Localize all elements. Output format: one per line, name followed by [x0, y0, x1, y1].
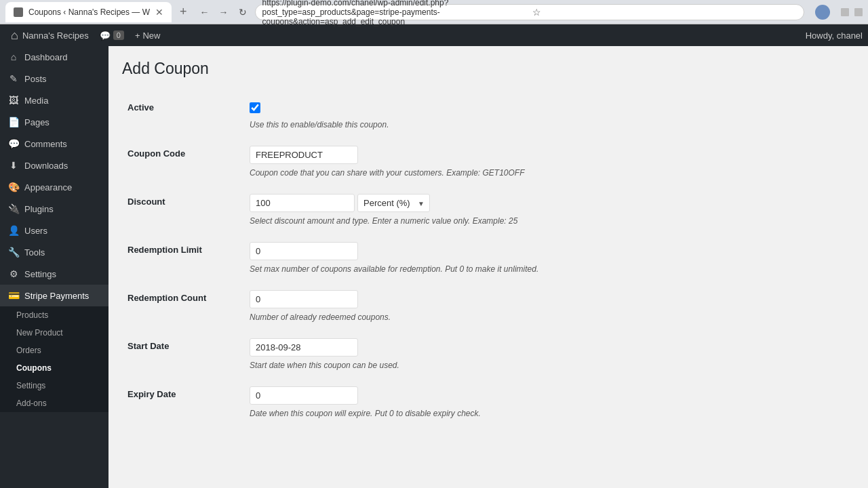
page-title: Add Coupon: [122, 60, 854, 78]
users-icon: 👤: [8, 225, 19, 236]
admin-bar-comments[interactable]: 💬 0: [94, 30, 130, 41]
reload-button[interactable]: ↻: [236, 5, 250, 19]
expiry-date-input[interactable]: [250, 386, 358, 405]
stripe-icon: 💳: [8, 290, 19, 301]
window-controls: [841, 8, 863, 16]
settings-icon: ⚙: [8, 268, 19, 279]
sidebar-label-pages: Pages: [24, 117, 50, 127]
discount-row: Amount ($) Percent (%): [250, 194, 849, 212]
tab-close-button[interactable]: ✕: [155, 7, 163, 18]
submenu-item-settings[interactable]: Settings: [0, 377, 108, 394]
submenu-item-addons[interactable]: Add-ons: [0, 394, 108, 412]
new-label: New: [142, 30, 160, 41]
sidebar-item-settings[interactable]: ⚙ Settings: [0, 263, 108, 285]
redemption-limit-field-container: Set max number of coupons available for …: [244, 234, 854, 282]
back-button[interactable]: ←: [198, 5, 212, 19]
submenu-item-coupons[interactable]: Coupons: [0, 359, 108, 377]
sidebar-item-dashboard[interactable]: ⌂ Dashboard: [0, 46, 108, 68]
active-label: Active: [122, 92, 244, 138]
coupon-code-description: Coupon code that you can share with your…: [250, 168, 849, 178]
sidebar-label-stripe: Stripe Payments: [24, 291, 89, 301]
sidebar-item-users[interactable]: 👤 Users: [0, 220, 108, 241]
submenu-label-addons: Add-ons: [16, 399, 47, 408]
forward-button[interactable]: →: [217, 5, 231, 19]
coupon-code-input[interactable]: [250, 146, 358, 164]
redemption-count-description: Number of already redeemed coupons.: [250, 312, 849, 322]
sidebar-label-media: Media: [24, 96, 48, 106]
browser-user-icon[interactable]: [815, 5, 830, 20]
active-checkbox[interactable]: [250, 102, 260, 113]
sidebar-item-appearance[interactable]: 🎨 Appearance: [0, 176, 108, 198]
field-row-redemption-count: Redemption Count Number of already redee…: [122, 282, 854, 330]
comments-icon: 💬: [8, 138, 19, 149]
url-text: https://plugin-demo.com/chanel/wp-admin/…: [262, 0, 527, 26]
wp-layout: ⌂ Dashboard ✎ Posts 🖼 Media 📄 Pages 💬 Co…: [0, 46, 868, 488]
field-row-coupon-code: Coupon Code Coupon code that you can sha…: [122, 138, 854, 186]
admin-bar-home[interactable]: ⌂ Nanna's Recipes: [5, 28, 94, 43]
sidebar-item-pages[interactable]: 📄 Pages: [0, 111, 108, 133]
new-tab-button[interactable]: +: [177, 5, 190, 19]
start-date-input[interactable]: [250, 338, 358, 357]
submenu-item-new-product[interactable]: New Product: [0, 324, 108, 342]
field-row-active: Active Use this to enable/disable this c…: [122, 92, 854, 138]
tools-icon: 🔧: [8, 247, 19, 258]
coupon-code-label: Coupon Code: [122, 138, 244, 186]
submenu-item-orders[interactable]: Orders: [0, 342, 108, 359]
plugins-icon: 🔌: [8, 203, 19, 214]
sidebar-item-tools[interactable]: 🔧 Tools: [0, 241, 108, 263]
discount-description: Select discount amount and type. Enter a…: [250, 216, 849, 226]
discount-type-select[interactable]: Amount ($) Percent (%): [357, 194, 430, 212]
maximize-button[interactable]: [854, 8, 863, 16]
stripe-submenu: Products New Product Orders Coupons Sett…: [0, 306, 108, 412]
submenu-label-coupons: Coupons: [16, 363, 52, 373]
admin-bar-new[interactable]: + New: [130, 30, 166, 41]
sidebar-label-plugins: Plugins: [24, 204, 54, 214]
expiry-date-description: Date when this coupon will expire. Put 0…: [250, 409, 849, 418]
sidebar-item-comments[interactable]: 💬 Comments: [0, 133, 108, 155]
field-row-start-date: Start Date Start date when this coupon c…: [122, 330, 854, 378]
sidebar-label-appearance: Appearance: [24, 182, 72, 192]
redemption-count-label: Redemption Count: [122, 282, 244, 330]
browser-chrome: Coupons ‹ Nanna's Recipes — W ✕ + ← → ↻ …: [0, 0, 868, 24]
redemption-limit-label: Redemption Limit: [122, 234, 244, 282]
submenu-item-products[interactable]: Products: [0, 306, 108, 324]
main-content: Add Coupon Active Use this to enable/dis…: [108, 46, 868, 488]
minimize-button[interactable]: [841, 8, 849, 16]
sidebar-label-dashboard: Dashboard: [24, 52, 68, 62]
sidebar-item-posts[interactable]: ✎ Posts: [0, 68, 108, 89]
coupon-code-field-container: Coupon code that you can share with your…: [244, 138, 854, 186]
sidebar-label-comments: Comments: [24, 139, 67, 149]
dashboard-icon: ⌂: [8, 52, 19, 62]
discount-label: Discount: [122, 186, 244, 234]
start-date-field-container: Start date when this coupon can be used.: [244, 330, 854, 378]
redemption-limit-input[interactable]: [250, 242, 358, 260]
discount-input[interactable]: [250, 194, 355, 212]
media-icon: 🖼: [8, 95, 19, 106]
sidebar-label-users: Users: [24, 226, 47, 236]
appearance-icon: 🎨: [8, 182, 19, 192]
pages-icon: 📄: [8, 117, 19, 127]
redemption-count-input[interactable]: [250, 290, 358, 308]
active-checkbox-row: Use this to enable/disable this coupon.: [250, 102, 849, 129]
sidebar-label-posts: Posts: [24, 74, 47, 84]
submenu-label-new-product: New Product: [16, 328, 63, 338]
start-date-description: Start date when this coupon can be used.: [250, 361, 849, 370]
active-field-container: Use this to enable/disable this coupon.: [244, 92, 854, 138]
submenu-label-settings: Settings: [16, 381, 45, 390]
address-bar[interactable]: https://plugin-demo.com/chanel/wp-admin/…: [255, 4, 804, 20]
bookmark-icon[interactable]: ☆: [532, 7, 797, 18]
sidebar-item-media[interactable]: 🖼 Media: [0, 89, 108, 111]
wp-admin-bar: ⌂ Nanna's Recipes 💬 0 + New Howdy, chane…: [0, 24, 868, 46]
form-table: Active Use this to enable/disable this c…: [122, 92, 854, 426]
field-row-discount: Discount Amount ($) Percent (%) Sele: [122, 186, 854, 234]
field-row-expiry-date: Expiry Date Date when this coupon will e…: [122, 378, 854, 426]
sidebar-item-downloads[interactable]: ⬇ Downloads: [0, 155, 108, 176]
submenu-label-orders: Orders: [16, 346, 41, 355]
admin-bar-howdy: Howdy, chanel: [806, 30, 863, 41]
sidebar-item-plugins[interactable]: 🔌 Plugins: [0, 198, 108, 220]
tab-title: Coupons ‹ Nanna's Recipes — W: [28, 7, 150, 17]
browser-tab[interactable]: Coupons ‹ Nanna's Recipes — W ✕: [5, 2, 172, 22]
sidebar-item-stripe-payments[interactable]: 💳 Stripe Payments: [0, 285, 108, 306]
redemption-limit-description: Set max number of coupons available for …: [250, 264, 849, 274]
downloads-icon: ⬇: [8, 160, 19, 171]
